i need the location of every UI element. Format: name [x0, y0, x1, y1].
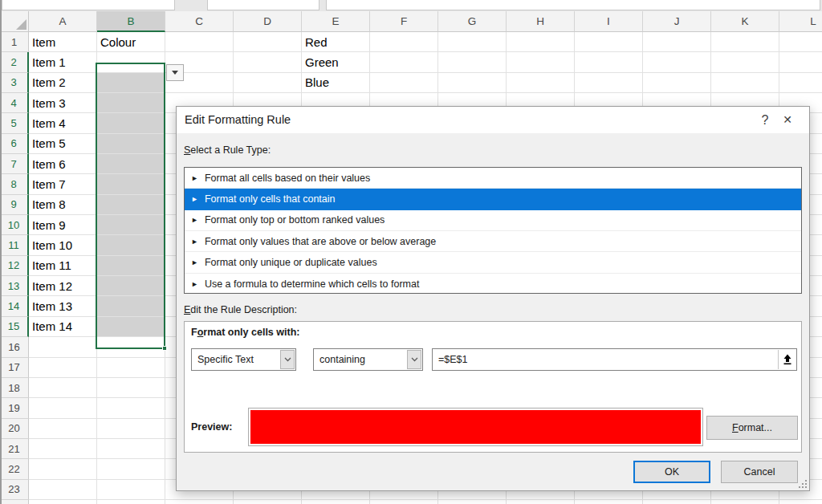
cell-B22[interactable]: [97, 459, 165, 479]
row-header-22[interactable]: 22: [0, 459, 29, 479]
cell-E3[interactable]: Blue: [302, 73, 370, 93]
cell-D24[interactable]: [234, 500, 302, 504]
select-all-corner[interactable]: [0, 11, 29, 32]
cell-A18[interactable]: [29, 378, 97, 398]
condition-value-input[interactable]: =$E$1: [432, 348, 797, 371]
cell-D1[interactable]: [234, 32, 302, 52]
cell-B9[interactable]: [97, 195, 165, 215]
cell-B13[interactable]: [97, 276, 165, 296]
column-header-K[interactable]: K: [711, 11, 779, 32]
cell-A9[interactable]: Item 8: [29, 195, 97, 215]
cell-B11[interactable]: [97, 235, 165, 255]
row-header-17[interactable]: 17: [0, 358, 29, 378]
cell-K24[interactable]: [711, 500, 779, 504]
cell-J24[interactable]: [643, 500, 711, 504]
row-header-1[interactable]: 1: [0, 32, 29, 52]
cell-F2[interactable]: [370, 52, 438, 72]
cell-G3[interactable]: [438, 73, 507, 93]
column-header-L[interactable]: L: [779, 11, 822, 32]
cell-C1[interactable]: [165, 32, 234, 52]
row-header-3[interactable]: 3: [0, 73, 29, 93]
row-header-21[interactable]: 21: [0, 439, 29, 459]
cancel-button[interactable]: Cancel: [721, 461, 798, 483]
row-header-13[interactable]: 13: [0, 276, 29, 296]
collapse-dialog-icon[interactable]: [778, 350, 796, 369]
cell-B14[interactable]: [97, 296, 165, 316]
cell-J3[interactable]: [643, 73, 711, 93]
cell-A20[interactable]: [29, 419, 97, 439]
cell-B24[interactable]: [97, 500, 165, 504]
cell-B4[interactable]: [97, 93, 165, 113]
name-box[interactable]: [2, 0, 175, 10]
cell-A7[interactable]: Item 6: [29, 154, 97, 174]
cell-H1[interactable]: [507, 32, 575, 52]
cell-K2[interactable]: [711, 52, 779, 72]
column-header-E[interactable]: E: [302, 11, 370, 32]
column-header-C[interactable]: C: [165, 11, 234, 32]
cell-G1[interactable]: [438, 32, 507, 52]
cell-F24[interactable]: [370, 500, 438, 504]
row-header-9[interactable]: 9: [0, 195, 29, 215]
cell-A19[interactable]: [29, 398, 97, 418]
rule-type-option-5[interactable]: ►Use a formula to determine which cells …: [185, 274, 801, 294]
cell-B7[interactable]: [97, 154, 165, 174]
cell-A3[interactable]: Item 2: [29, 73, 97, 93]
resize-grip[interactable]: [799, 480, 807, 488]
cell-H3[interactable]: [507, 73, 575, 93]
cell-B1[interactable]: Colour: [97, 32, 165, 52]
cell-B23[interactable]: [97, 480, 165, 500]
row-header-20[interactable]: 20: [0, 419, 29, 439]
column-header-H[interactable]: H: [507, 11, 575, 32]
cell-B15[interactable]: [97, 317, 165, 337]
row-header-16[interactable]: 16: [0, 337, 29, 357]
chevron-down-icon[interactable]: [407, 350, 421, 369]
cell-L3[interactable]: [779, 73, 822, 93]
row-header-12[interactable]: 12: [0, 256, 29, 276]
cell-B17[interactable]: [97, 358, 165, 378]
row-header-14[interactable]: 14: [0, 296, 29, 316]
cell-H24[interactable]: [507, 500, 575, 504]
column-header-A[interactable]: A: [29, 11, 97, 32]
cell-A14[interactable]: Item 13: [29, 296, 97, 316]
close-icon[interactable]: ✕: [775, 107, 800, 133]
insert-function-box[interactable]: [207, 0, 319, 10]
cell-A23[interactable]: [29, 480, 97, 500]
cell-K3[interactable]: [711, 73, 779, 93]
column-header-I[interactable]: I: [575, 11, 643, 32]
cell-B5[interactable]: [97, 113, 165, 133]
cell-K1[interactable]: [711, 32, 779, 52]
cell-A1[interactable]: Item: [29, 32, 97, 52]
cell-E24[interactable]: [302, 500, 370, 504]
help-button[interactable]: ?: [753, 107, 777, 133]
cell-A17[interactable]: [29, 358, 97, 378]
row-header-15[interactable]: 15: [0, 317, 29, 337]
cell-L24[interactable]: [779, 500, 822, 504]
cell-A4[interactable]: Item 3: [29, 93, 97, 113]
cell-A10[interactable]: Item 9: [29, 215, 97, 235]
row-header-2[interactable]: 2: [0, 52, 29, 72]
cell-B12[interactable]: [97, 256, 165, 276]
format-button[interactable]: Format...: [706, 416, 798, 440]
cell-L1[interactable]: [779, 32, 822, 52]
rule-type-option-2[interactable]: ►Format only top or bottom ranked values: [185, 210, 801, 231]
cell-A22[interactable]: [29, 459, 97, 479]
row-header-4[interactable]: 4: [0, 93, 29, 113]
column-header-F[interactable]: F: [370, 11, 438, 32]
cell-B6[interactable]: [97, 134, 165, 154]
condition-operator-select[interactable]: containing: [313, 348, 423, 371]
ok-button[interactable]: OK: [633, 461, 710, 483]
cell-B3[interactable]: [97, 73, 165, 93]
rule-type-option-4[interactable]: ►Format only unique or duplicate values: [185, 252, 801, 273]
cell-A12[interactable]: Item 11: [29, 256, 97, 276]
cell-I24[interactable]: [575, 500, 643, 504]
cell-B20[interactable]: [97, 419, 165, 439]
row-header-10[interactable]: 10: [0, 215, 29, 235]
rule-type-option-1[interactable]: ►Format only cells that contain: [185, 189, 801, 209]
row-header-8[interactable]: 8: [0, 174, 29, 194]
row-header-18[interactable]: 18: [0, 378, 29, 398]
cell-A8[interactable]: Item 7: [29, 174, 97, 194]
cell-A21[interactable]: [29, 439, 97, 459]
cell-A15[interactable]: Item 14: [29, 317, 97, 337]
cell-C24[interactable]: [165, 500, 234, 504]
cell-B16[interactable]: [97, 337, 165, 357]
